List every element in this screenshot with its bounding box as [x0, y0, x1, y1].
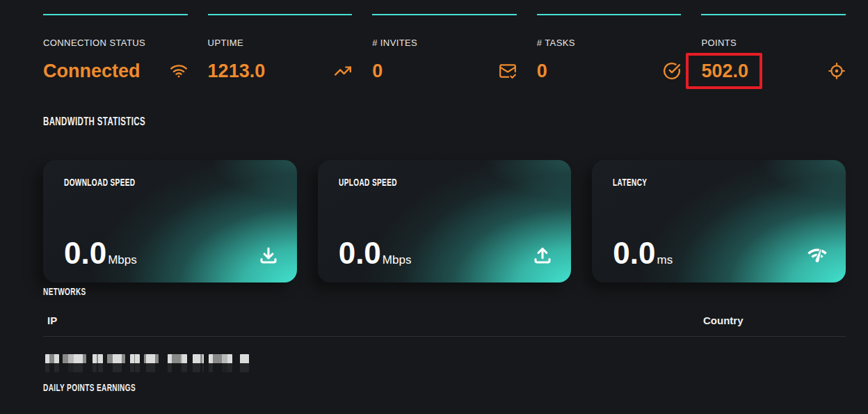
stat-label: # TASKS [537, 38, 682, 49]
stat-uptime: UPTIME 1213.0 [208, 14, 353, 85]
bandwidth-cards-row: DOWNLOAD SPEED 0.0Mbps UPLOAD SPEED 0.0M… [43, 160, 846, 282]
networks-table: IP Country [43, 315, 846, 372]
mail-check-icon [499, 62, 517, 80]
connection-status-value: Connected [43, 60, 140, 82]
stat-invites: # INVITES 0 [372, 14, 517, 85]
latency-value: 0.0ms [613, 238, 673, 269]
upload-speed-value: 0.0Mbps [339, 238, 412, 269]
download-speed-card: DOWNLOAD SPEED 0.0Mbps [43, 160, 297, 282]
invites-value: 0 [372, 60, 383, 82]
network-gauge-icon [807, 245, 828, 266]
stats-row: CONNECTION STATUS Connected UPTIME 1213.… [43, 14, 846, 85]
download-icon [258, 245, 279, 266]
trending-up-icon [334, 62, 352, 80]
card-label: DOWNLOAD SPEED [64, 177, 135, 188]
stat-label: POINTS [701, 38, 846, 49]
redacted-ip-value [45, 354, 846, 372]
networks-section-heading: NETWORKS [43, 286, 86, 297]
uptime-value: 1213.0 [208, 60, 266, 82]
wifi-icon [170, 62, 188, 80]
stat-label: CONNECTION STATUS [43, 38, 188, 49]
network-table-row [43, 354, 846, 372]
stat-tasks: # TASKS 0 [537, 14, 682, 85]
points-value: 502.0 [701, 61, 748, 81]
stat-points: POINTS 502.0 [701, 14, 846, 85]
dashboard-page: CONNECTION STATUS Connected UPTIME 1213.… [0, 0, 868, 414]
download-speed-value: 0.0Mbps [64, 238, 137, 269]
upload-speed-card: UPLOAD SPEED 0.0Mbps [318, 160, 572, 282]
column-header-ip: IP [43, 315, 699, 326]
tasks-value: 0 [537, 60, 547, 82]
daily-points-section-heading: DAILY POINTS EARNINGS [43, 382, 136, 393]
unit-label: Mbps [108, 252, 137, 269]
check-circle-icon [663, 62, 681, 80]
column-header-country: Country [699, 315, 846, 326]
stat-label: # INVITES [372, 38, 517, 49]
unit-label: ms [657, 252, 673, 269]
card-label: UPLOAD SPEED [339, 177, 397, 188]
unit-label: Mbps [383, 252, 412, 269]
latency-card: LATENCY 0.0ms [592, 160, 846, 282]
upload-icon [532, 245, 553, 266]
networks-table-header: IP Country [43, 315, 846, 337]
bandwidth-section-heading: BANDWIDTH STATISTICS [43, 116, 145, 128]
crosshair-icon [828, 62, 846, 80]
card-label: LATENCY [613, 177, 647, 188]
highlight-box: 502.0 [686, 53, 762, 89]
stat-connection-status: CONNECTION STATUS Connected [43, 14, 188, 85]
stat-label: UPTIME [208, 38, 353, 49]
